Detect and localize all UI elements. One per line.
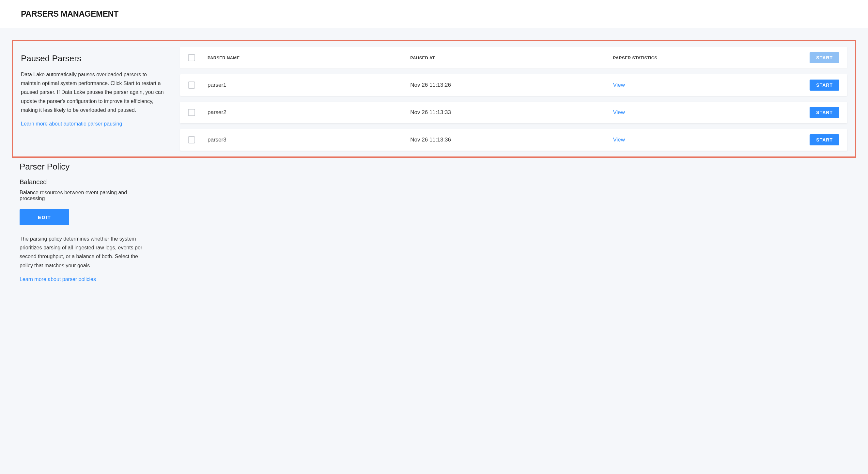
page-title: PARSERS MANAGEMENT	[21, 9, 847, 19]
start-parser-button[interactable]: START	[810, 107, 839, 118]
start-parser-button[interactable]: START	[810, 134, 839, 145]
row-checkbox[interactable]	[188, 136, 195, 143]
paused-at-cell: Nov 26 11:13:36	[410, 137, 613, 143]
paused-parsers-table: PARSER NAME PAUSED AT PARSER STATISTICS …	[180, 47, 847, 157]
start-all-button[interactable]: START	[810, 52, 839, 63]
parser-name-cell: parser3	[208, 137, 410, 143]
col-parser-statistics: PARSER STATISTICS	[613, 56, 800, 60]
paused-at-cell: Nov 26 11:13:26	[410, 82, 613, 88]
policy-description: The parsing policy determines whether th…	[20, 234, 148, 270]
policy-summary: Balance resources between event parsing …	[20, 190, 148, 201]
learn-more-parser-policies-link[interactable]: Learn more about parser policies	[20, 276, 96, 282]
parser-name-cell: parser2	[208, 109, 410, 116]
learn-more-parser-pausing-link[interactable]: Learn more about automatic parser pausin…	[21, 121, 122, 127]
policy-name: Balanced	[20, 178, 148, 186]
parser-policy-panel: Parser Policy Balanced Balance resources…	[12, 162, 155, 292]
page-header: PARSERS MANAGEMENT	[0, 0, 868, 28]
table-row: parser1 Nov 26 11:13:26 View START	[180, 74, 847, 96]
paused-parsers-heading: Paused Parsers	[21, 54, 164, 64]
parser-policy-heading: Parser Policy	[20, 162, 148, 172]
view-stats-link[interactable]: View	[613, 109, 800, 116]
start-parser-button[interactable]: START	[810, 79, 839, 91]
paused-at-cell: Nov 26 11:13:33	[410, 109, 613, 116]
view-stats-link[interactable]: View	[613, 137, 800, 143]
view-stats-link[interactable]: View	[613, 82, 800, 88]
main-content: Paused Parsers Data Lake automatically p…	[0, 28, 868, 303]
edit-policy-button[interactable]: EDIT	[20, 209, 69, 225]
select-all-checkbox[interactable]	[188, 54, 195, 61]
row-checkbox[interactable]	[188, 81, 195, 89]
parser-name-cell: parser1	[208, 82, 410, 88]
row-checkbox[interactable]	[188, 109, 195, 116]
paused-parsers-info-panel: Paused Parsers Data Lake automatically p…	[21, 47, 164, 157]
paused-parsers-description: Data Lake automatically pauses overloade…	[21, 70, 164, 114]
section-divider	[21, 142, 164, 142]
col-parser-name: PARSER NAME	[208, 56, 410, 60]
paused-parsers-highlight-region: Paused Parsers Data Lake automatically p…	[12, 40, 856, 158]
table-row: parser2 Nov 26 11:13:33 View START	[180, 102, 847, 123]
table-header-row: PARSER NAME PAUSED AT PARSER STATISTICS …	[180, 47, 847, 68]
col-paused-at: PAUSED AT	[410, 56, 613, 60]
table-row: parser3 Nov 26 11:13:36 View START	[180, 129, 847, 150]
